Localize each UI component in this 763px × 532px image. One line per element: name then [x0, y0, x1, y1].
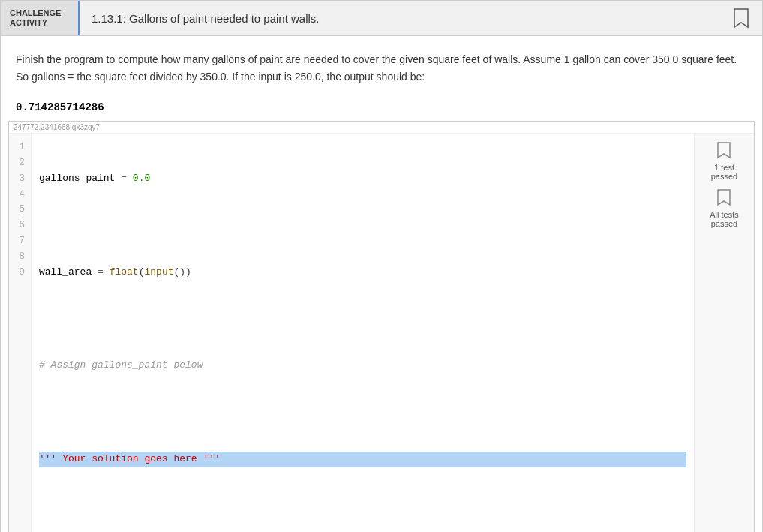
description: Finish the program to compute how many g…: [1, 36, 762, 92]
header: CHALLENGE ACTIVITY 1.13.1: Gallons of pa…: [1, 1, 762, 36]
bookmark-icon[interactable]: [726, 3, 756, 33]
code-line-8: [39, 498, 686, 514]
all-tests-badge: All testspassed: [710, 188, 739, 228]
code-line-4: [39, 311, 686, 327]
code-line-5: # Assign gallons_paint below: [39, 358, 686, 374]
code-line-3: wall_area = float(input()): [39, 265, 686, 281]
challenge-badge: CHALLENGE ACTIVITY: [1, 1, 80, 35]
test-passed-label: 1 testpassed: [711, 163, 737, 181]
activity-title: 1.13.1: Gallons of paint needed to paint…: [80, 5, 726, 32]
line-numbers: 1 2 3 4 5 6 7 8 9: [9, 134, 32, 532]
all-tests-label: All testspassed: [710, 210, 739, 228]
editor-id: 247772.2341668.qx3zqy7: [9, 122, 754, 134]
code-editor[interactable]: 247772.2341668.qx3zqy7 1 2 3 4 5 6 7 8 9…: [8, 121, 755, 532]
output-value: 0.714285714286: [16, 101, 747, 113]
code-line-1: gallons_paint = 0.0: [39, 171, 686, 187]
code-line-6: [39, 405, 686, 421]
test-badges: 1 testpassed All testspassed: [694, 134, 754, 532]
test-passed-badge: 1 testpassed: [711, 141, 737, 181]
code-line-2: [39, 218, 686, 233]
code-content[interactable]: gallons_paint = 0.0 wall_area = float(in…: [32, 134, 694, 532]
code-line-7: ''' Your solution goes here ''': [39, 452, 686, 467]
